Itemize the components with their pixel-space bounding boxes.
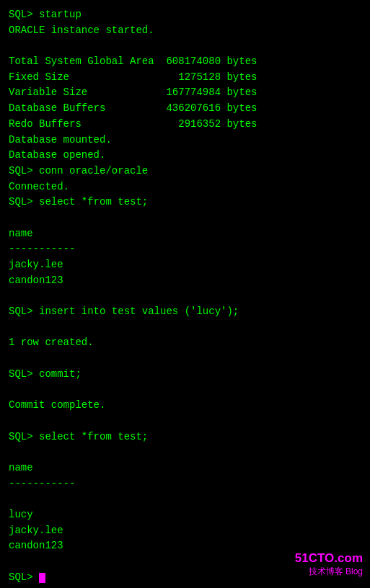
terminal-line: Fixed Size 1275128 bytes <box>9 70 361 86</box>
terminal-line: SQL> conn oracle/oracle <box>9 164 361 179</box>
terminal-line: Database mounted. <box>9 133 361 148</box>
watermark-sub: 技术博客 Blog <box>295 566 363 578</box>
terminal-line <box>9 320 361 336</box>
watermark-site: 51CTO.com <box>295 551 363 566</box>
terminal-line: Commit complete. <box>9 398 361 414</box>
terminal-line: SQL> select *from test; <box>9 195 361 210</box>
terminal-line: Database Buffers 436207616 bytes <box>9 101 361 117</box>
terminal-line: ----------- <box>9 241 361 257</box>
terminal-line: jacky.lee <box>9 523 361 539</box>
terminal-line: Redo Buffers 2916352 bytes <box>9 117 361 133</box>
terminal-line <box>9 383 361 398</box>
terminal-line <box>9 38 361 54</box>
terminal-line <box>9 491 361 507</box>
terminal-line <box>9 414 361 429</box>
terminal-line: SQL> select *from test; <box>9 429 361 445</box>
terminal-window: SQL> startupORACLE instance started.Tota… <box>0 0 370 588</box>
terminal-line: ----------- <box>9 476 361 492</box>
terminal-line: jacky.lee <box>9 257 361 273</box>
terminal-line: Total System Global Area 608174080 bytes <box>9 54 361 70</box>
terminal-line: Variable Size 167774984 bytes <box>9 85 361 101</box>
terminal-line: ORACLE instance started. <box>9 23 361 39</box>
terminal-line <box>9 288 361 304</box>
terminal-line: Database opened. <box>9 148 361 164</box>
terminal-line: 1 row created. <box>9 335 361 351</box>
terminal-line: Connected. <box>9 179 361 195</box>
terminal-cursor <box>39 573 45 583</box>
terminal-line <box>9 210 361 226</box>
terminal-line <box>9 445 361 460</box>
watermark: 51CTO.com 技术博客 Blog <box>295 551 363 578</box>
terminal-line: name <box>9 226 361 242</box>
terminal-line: lucy <box>9 507 361 523</box>
terminal-line: SQL> commit; <box>9 367 361 383</box>
terminal-line: name <box>9 460 361 476</box>
terminal-line <box>9 351 361 367</box>
terminal-line: SQL> startup <box>9 7 361 23</box>
terminal-line: SQL> insert into test values ('lucy'); <box>9 304 361 320</box>
terminal-line: candon123 <box>9 273 361 289</box>
